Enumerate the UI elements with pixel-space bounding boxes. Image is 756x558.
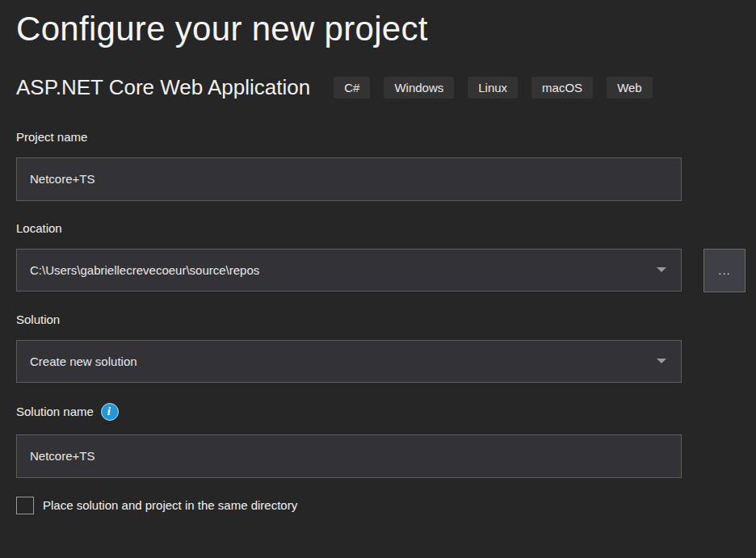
solution-value: Create new solution bbox=[30, 355, 137, 368]
location-row: C:\Users\gabriellecrevecoeur\source\repo… bbox=[16, 249, 756, 292]
page-title: Configure your new project bbox=[16, 8, 756, 51]
template-tags: C# Windows Linux macOS Web bbox=[334, 77, 653, 99]
chevron-down-icon[interactable] bbox=[657, 267, 666, 272]
template-name: ASP.NET Core Web Application bbox=[16, 75, 310, 100]
configure-project-dialog: Configure your new project ASP.NET Core … bbox=[0, 0, 756, 514]
info-icon[interactable]: i bbox=[101, 403, 119, 421]
location-combobox[interactable]: C:\Users\gabriellecrevecoeur\source\repo… bbox=[16, 249, 682, 292]
same-directory-row[interactable]: Place solution and project in the same d… bbox=[16, 497, 756, 514]
project-name-input[interactable] bbox=[16, 157, 682, 201]
solution-name-input[interactable] bbox=[16, 434, 682, 478]
project-name-label: Project name bbox=[16, 130, 756, 144]
template-header: ASP.NET Core Web Application C# Windows … bbox=[16, 75, 756, 100]
ellipsis-icon: ... bbox=[718, 263, 731, 277]
tag-windows: Windows bbox=[384, 77, 454, 99]
tag-linux: Linux bbox=[468, 77, 518, 99]
solution-label: Solution bbox=[16, 313, 756, 326]
solution-name-label: Solution name i bbox=[16, 403, 756, 421]
browse-button[interactable]: ... bbox=[704, 249, 746, 292]
tag-csharp: C# bbox=[334, 77, 370, 99]
tag-web: Web bbox=[607, 77, 653, 99]
solution-dropdown[interactable]: Create new solution bbox=[16, 340, 682, 383]
chevron-down-icon[interactable] bbox=[657, 359, 666, 363]
same-directory-checkbox[interactable] bbox=[16, 497, 34, 514]
location-label: Location bbox=[16, 221, 756, 235]
tag-macos: macOS bbox=[531, 77, 593, 99]
same-directory-label[interactable]: Place solution and project in the same d… bbox=[43, 498, 297, 512]
location-value: C:\Users\gabriellecrevecoeur\source\repo… bbox=[30, 263, 259, 277]
